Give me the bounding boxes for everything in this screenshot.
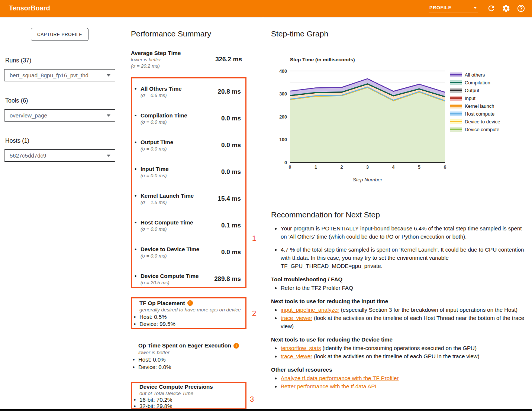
- performance-summary-panel: Performance Summary Average Step Time lo…: [123, 17, 263, 411]
- y-tick-label: 100: [279, 137, 287, 142]
- recommendation-section-list: input_pipeline_analyzer (especially Sect…: [271, 306, 527, 330]
- info-icon[interactable]: [187, 300, 193, 306]
- eager-execution-list: Host: 0.0%Device: 0.0%: [131, 356, 246, 370]
- y-tick-label: 300: [279, 91, 287, 97]
- legend-item: Device to device: [450, 118, 500, 126]
- compute-precisions-list: 16-bit: 70.2%32-bit: 29.8%: [132, 397, 245, 409]
- compute-precisions-title: Device Compute Precisions: [139, 384, 213, 390]
- tool-link[interactable]: trace_viewer: [281, 353, 312, 359]
- step-time-graph-card: Step-time Graph Step Time (in millisecon…: [263, 17, 532, 200]
- metric-label: All Others Time: [141, 85, 182, 92]
- metric-value: 20.8 ms: [218, 88, 245, 96]
- settings-button[interactable]: [499, 1, 513, 16]
- metric-label: Output Time: [141, 139, 173, 146]
- bullet-icon: [135, 272, 141, 279]
- recommendation-section-heading: Next tools to use for reducing the Devic…: [271, 336, 532, 343]
- metric-value: 326.2 ms: [215, 56, 246, 63]
- runs-label: Runs (37): [5, 57, 31, 64]
- legend-label: Input: [465, 96, 475, 101]
- recommendation-item: input_pipeline_analyzer (especially Sect…: [281, 306, 527, 314]
- metric-value: 0.1 ms: [221, 222, 245, 229]
- x-tick-label: 3: [366, 165, 369, 170]
- legend-item: Host compute: [450, 110, 500, 118]
- list-item: 16-bit: 70.2%: [132, 397, 245, 403]
- legend-label: Compilation: [465, 80, 490, 85]
- recommendation-item-text: (look at the activities on the timeline …: [312, 353, 479, 359]
- tools-label: Tools (6): [5, 97, 28, 104]
- refresh-button[interactable]: [484, 1, 499, 16]
- metric-row: Kernel Launch Time(σ = 1.5 ms)15.4 ms: [132, 191, 245, 206]
- legend-item: Compilation: [450, 79, 500, 87]
- step-breakdown-annotation-box: All Others Time(σ = 0.6 ms)20.8 msCompil…: [131, 77, 246, 288]
- help-button[interactable]: [513, 1, 528, 16]
- dashboard-select[interactable]: PROFILE: [429, 4, 478, 13]
- x-axis-title: Step Number: [290, 177, 445, 182]
- info-icon[interactable]: [233, 343, 239, 349]
- legend-swatch-icon: [450, 127, 462, 132]
- eager-execution-block: Op Time Spent on Eager Execution lower i…: [131, 342, 246, 370]
- capture-profile-button[interactable]: CAPTURE PROFILE: [31, 28, 88, 41]
- recommendation-sections: Tool troubleshooting / FAQRefer to the T…: [271, 276, 532, 391]
- recommendation-card: Recommendation for Next Step Your progra…: [263, 200, 532, 411]
- chevron-down-icon: [473, 7, 477, 9]
- list-item: Host: 0.0%: [131, 356, 246, 363]
- metric-label: Device to Device Time: [141, 246, 199, 253]
- tool-link[interactable]: tensorflow_stats: [281, 345, 321, 351]
- legend-item: Device compute: [450, 126, 500, 133]
- recommendation-item: trace_viewer (look at the activities on …: [281, 314, 527, 330]
- legend-label: Output: [465, 88, 479, 93]
- tool-link[interactable]: input_pipeline_analyzer: [281, 307, 339, 313]
- recommendation-item-text: (identify the time-consuming operations …: [321, 345, 477, 351]
- x-tick-label: 1: [315, 165, 317, 170]
- annotation-1: 1: [252, 234, 256, 243]
- metric-sigma: (σ = 0.0 ms): [141, 172, 169, 179]
- tf-op-placement-title: TF Op Placement: [139, 300, 185, 307]
- metric-sigma: (σ = 1.5 ms): [141, 199, 194, 206]
- refresh-icon: [487, 4, 496, 13]
- tool-link[interactable]: trace_viewer: [281, 315, 312, 321]
- metric-label: Average Step Time: [131, 49, 181, 56]
- hosts-select[interactable]: 5627c5dd7dc9: [4, 149, 115, 162]
- recommendation-section-heading: Other useful resources: [271, 366, 532, 373]
- bullet-icon: [135, 165, 141, 172]
- recommendation-section-list: Analyze tf.data performance with the TF …: [271, 374, 527, 391]
- step-time-chart: 40030020010000123456: [277, 68, 449, 173]
- metric-label: Kernel Launch Time: [141, 192, 194, 199]
- chevron-down-icon: [107, 74, 110, 77]
- recommendation-title: Recommendation for Next Step: [271, 210, 532, 219]
- app-title: TensorBoard: [9, 4, 50, 12]
- tools-select[interactable]: overview_page: [4, 109, 115, 122]
- metric-label: Host Compute Time: [141, 219, 193, 226]
- tool-link[interactable]: Analyze tf.data performance with the TF …: [281, 375, 399, 381]
- list-item: Device: 0.0%: [131, 363, 246, 371]
- step-time-graph-title: Step-time Graph: [271, 29, 328, 39]
- average-step-time-row: Average Step Time lower is better (σ = 2…: [131, 49, 246, 69]
- bullet-icon: [135, 192, 141, 199]
- list-item: Device: 99.5%: [132, 320, 245, 327]
- legend-label: Host compute: [465, 111, 494, 117]
- tools-select-value: overview_page: [10, 112, 47, 119]
- header-controls: PROFILE: [429, 0, 528, 17]
- metric-label: Input Time: [141, 165, 169, 172]
- bottom-edge-strip: [0, 409, 532, 411]
- metric-value: 0.0 ms: [221, 249, 245, 256]
- annotation-2: 2: [252, 309, 256, 318]
- recommendation-item: Refer to the TF2 Profiler FAQ: [281, 284, 527, 292]
- chevron-down-icon: [107, 114, 110, 117]
- legend-swatch-icon: [450, 111, 462, 116]
- recommendation-bullets: Your program is POTENTIALLY input-bound …: [271, 224, 524, 270]
- chevron-down-icon: [107, 155, 110, 157]
- metric-sigma: (σ = 0.0 ms): [141, 146, 173, 152]
- legend-swatch-icon: [450, 104, 462, 109]
- recommendation-bullet: Your program is POTENTIALLY input-bound …: [281, 224, 524, 241]
- x-tick-label: 4: [392, 165, 395, 170]
- metric-value: 289.8 ms: [214, 275, 245, 283]
- legend-swatch-icon: [450, 119, 462, 124]
- recommendation-section-heading: Next tools to use for reducing the input…: [271, 298, 532, 304]
- runs-select[interactable]: bert_squad_8gpu_fp16_pvt_thd: [4, 69, 115, 81]
- metric-row: Host Compute Time(σ = 0.0 ms)0.1 ms: [132, 218, 245, 233]
- metric-row: Device Compute Time(σ = 20.5 ms)289.8 ms: [132, 271, 245, 287]
- tool-link[interactable]: Better performance with the tf.data API: [281, 383, 377, 389]
- legend-item: Input: [450, 94, 500, 102]
- metric-sigma: (σ = 0.0 ms): [141, 253, 199, 259]
